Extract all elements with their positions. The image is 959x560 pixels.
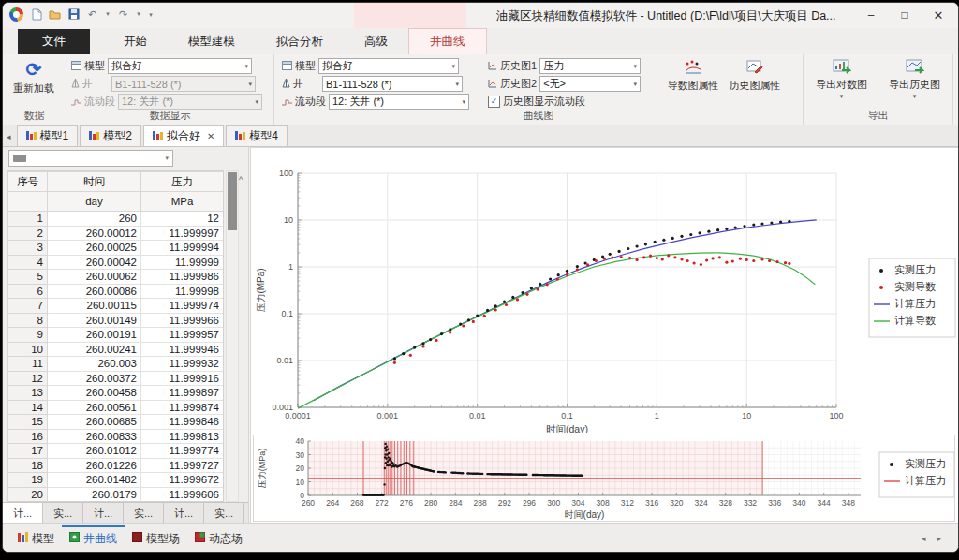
undo-icon[interactable]: ↶ — [85, 7, 99, 22]
table-row[interactable]: 11260.00311.999932 — [8, 357, 224, 372]
chevron-down-icon[interactable]: ▾ — [913, 93, 917, 100]
mini-chart-icon — [235, 130, 245, 143]
series-tab-2[interactable]: 计... — [83, 503, 124, 523]
svg-text:10: 10 — [296, 478, 305, 487]
table-row[interactable]: 9260.0019111.999957 — [8, 328, 224, 343]
series-tab-1[interactable]: 实... — [43, 503, 83, 523]
status-tab-模型[interactable]: 模型 — [10, 525, 62, 552]
model-icon — [71, 61, 81, 72]
table-scrollbar[interactable] — [226, 170, 239, 502]
table-row[interactable]: 18260.0122611.999727 — [8, 458, 224, 473]
table-row[interactable]: 12260.0037211.999916 — [8, 371, 224, 386]
table-row[interactable]: 8260.0014911.999966 — [8, 313, 224, 328]
show-segments-label: 历史图显示流动段 — [503, 95, 585, 109]
model-icon — [282, 61, 292, 72]
curve-well-select[interactable]: B1-111-528 (*) ▾ — [322, 76, 463, 92]
status-tab-井曲线[interactable]: 井曲线 — [62, 525, 125, 552]
minimize-button[interactable]: – — [855, 3, 887, 28]
hist2-select[interactable]: <无> ▾ — [539, 76, 641, 92]
table-row[interactable]: 7260.0011511.999974 — [8, 299, 224, 314]
table-row[interactable]: 13260.0045811.999897 — [8, 386, 224, 401]
series-tab-3[interactable]: 实... — [124, 503, 164, 523]
svg-text:1: 1 — [288, 262, 293, 272]
history-chart-icon — [488, 79, 497, 90]
chevron-down-icon[interactable]: ▾ — [840, 93, 844, 100]
series-tab-5[interactable]: 实... — [204, 503, 244, 523]
mini-chart-icon — [89, 130, 99, 143]
table-row[interactable]: 10260.0024111.999946 — [8, 342, 224, 357]
ribbon-tab-模型建模[interactable]: 模型建模 — [168, 29, 256, 54]
tab-scroll-left-icon[interactable]: ◂ — [7, 132, 11, 141]
column-header[interactable]: 序号 — [8, 172, 48, 192]
svg-text:308: 308 — [597, 498, 610, 508]
doc-tab-模型2[interactable]: 模型2 — [80, 125, 141, 146]
ribbon-tab-开始[interactable]: 开始 — [103, 29, 168, 54]
series-tab-0[interactable]: 计... — [3, 503, 43, 523]
svg-text:0.1: 0.1 — [561, 411, 573, 420]
status-tab-label: 动态场 — [209, 531, 243, 547]
display-segment-select: 12: 关井 (*) ▾ — [118, 94, 262, 110]
ribbon: ⟳ 重新加载 数据 模型 拟合好 ▾ 井 B1-111-528 (*) ▾ — [3, 54, 958, 125]
table-row[interactable]: 4260.0004211.99999 — [8, 255, 224, 270]
table-row[interactable]: 17260.0101211.999774 — [8, 444, 224, 459]
column-header[interactable]: 时间 — [48, 172, 141, 192]
doc-tab-拟合好[interactable]: 拟合好✕ — [143, 125, 224, 146]
ribbon-tab-高级[interactable]: 高级 — [344, 29, 408, 54]
reload-button[interactable]: ⟳ 重新加载 — [3, 57, 65, 96]
svg-text:268: 268 — [350, 498, 363, 508]
table-row[interactable]: 16260.0083311.999813 — [8, 429, 224, 444]
table-row[interactable]: 14260.0056111.999874 — [8, 400, 224, 415]
svg-text:30: 30 — [296, 450, 305, 460]
svg-text:时间(day): 时间(day) — [565, 509, 605, 520]
nav-right-icon[interactable]: ▸ — [937, 534, 941, 543]
doc-tab-模型4[interactable]: 模型4 — [226, 125, 288, 146]
new-document-icon[interactable] — [29, 7, 43, 22]
redo-icon[interactable]: ↷ — [116, 7, 130, 22]
show-segments-checkbox[interactable]: ✓ — [488, 96, 500, 108]
status-tab-动态场[interactable]: 动态场 — [187, 525, 250, 552]
svg-text:316: 316 — [645, 498, 658, 508]
maximize-button[interactable]: □ — [889, 3, 921, 28]
display-model-select[interactable]: 拟合好 ▾ — [108, 58, 252, 74]
hist1-select[interactable]: 压力 ▾ — [539, 58, 641, 74]
ribbon-tab-井曲线[interactable]: 井曲线 — [408, 28, 487, 54]
ribbon-group-export: 导出对数图 ▾ 导出历史图 ▾ 导出 — [804, 54, 953, 125]
nav-left-icon[interactable]: ◂ — [922, 534, 926, 543]
open-file-icon[interactable] — [48, 7, 62, 22]
series-selector-combo[interactable]: ▾ — [8, 150, 173, 167]
customize-toolbar-icon[interactable]: ▾ — [147, 7, 155, 22]
redo-dropdown-icon[interactable]: ▾ — [135, 7, 142, 22]
curve-model-select[interactable]: 拟合好 ▾ — [318, 58, 459, 74]
column-header[interactable]: 压力 — [141, 172, 224, 192]
display-well-label: 井 — [82, 77, 93, 91]
table-row[interactable]: 3260.0002511.999994 — [8, 241, 224, 256]
doc-tab-模型1[interactable]: 模型1 — [17, 125, 79, 146]
undo-dropdown-icon[interactable]: ▾ — [104, 7, 111, 22]
status-tab-label: 模型场 — [146, 531, 180, 547]
app-logo-icon — [9, 7, 23, 22]
svg-text:0.01: 0.01 — [469, 411, 486, 420]
doc-tab-label: 模型4 — [249, 128, 278, 144]
status-tab-模型场[interactable]: 模型场 — [125, 525, 187, 552]
column-unit: day — [48, 192, 141, 212]
table-row[interactable]: 20260.017911.999606 — [8, 487, 224, 502]
curve-segment-select[interactable]: 12: 关井 (*) ▾ — [329, 94, 469, 110]
table-row[interactable]: 6260.0008611.99998 — [8, 284, 224, 299]
reload-icon: ⟳ — [26, 59, 42, 80]
table-row[interactable]: 19260.0148211.999672 — [8, 473, 224, 488]
table-row[interactable]: 2260.0001211.999997 — [8, 226, 224, 241]
chevron-up-icon[interactable]: ^ — [239, 175, 243, 184]
data-table-container: 序号时间压力dayMPa1260122260.0001211.999997326… — [7, 170, 224, 502]
close-icon[interactable]: ✕ — [207, 131, 214, 141]
ribbon-tab-文件[interactable]: 文件 — [18, 29, 90, 54]
table-row[interactable]: 126012 — [8, 212, 224, 227]
ribbon-tab-拟合分析[interactable]: 拟合分析 — [256, 29, 344, 54]
close-button[interactable]: ✕ — [922, 3, 954, 28]
table-row[interactable]: 5260.0006211.999986 — [8, 270, 224, 285]
history-chart-icon — [488, 61, 497, 72]
data-table: 序号时间压力dayMPa1260122260.0001211.999997326… — [7, 171, 224, 502]
table-row[interactable]: 15260.0068511.999846 — [8, 415, 224, 430]
scrollbar-thumb[interactable] — [228, 172, 237, 230]
save-icon[interactable] — [66, 7, 81, 22]
series-tab-4[interactable]: 计... — [164, 503, 204, 523]
